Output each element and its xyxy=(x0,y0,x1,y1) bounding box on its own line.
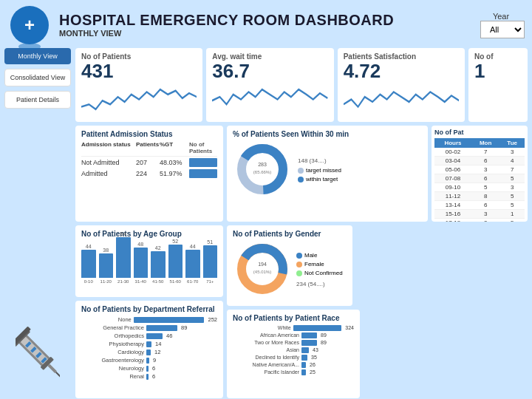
age-bar-col: 44 61-70 xyxy=(185,244,200,284)
dept-bar xyxy=(146,374,149,380)
gender-title: No of Patients by Gender xyxy=(233,230,347,238)
hours-panel: No of Pat Hours Mon Tue 00-027303-046405… xyxy=(432,126,528,222)
mid-row: Patitent Admission Status Admission stat… xyxy=(75,126,528,222)
table-row: 05-0637 xyxy=(434,166,525,174)
admission-row-not-admitted: Not Admitted 207 48.03% xyxy=(81,158,217,167)
race-bar xyxy=(293,325,342,331)
kpi-sat-value: 4.72 xyxy=(344,61,459,82)
svg-text:283: 283 xyxy=(258,162,267,167)
seen-donut-chart: 283 (65.66%) xyxy=(233,140,292,199)
admission-row-admitted: Admitted 224 51.97% xyxy=(81,169,217,178)
female-dot xyxy=(296,262,302,267)
sidebar-item-consolidated[interactable]: Consolidated View xyxy=(4,69,71,86)
logo-circle: + xyxy=(10,6,49,44)
kpi-patients: No of Patients 431 xyxy=(75,48,202,122)
col-tue: Tue xyxy=(499,138,525,148)
race-card: No of Patients by Patient Race White 324… xyxy=(227,310,360,399)
dept-bar xyxy=(146,325,177,331)
seen-card: % of Patients Seen Within 30 min 283 (65… xyxy=(227,126,428,222)
svg-rect-7 xyxy=(47,364,57,373)
kpi-partial-value: 1 xyxy=(474,61,522,82)
gender-donut-chart: 194 (45.01%) xyxy=(233,239,292,299)
dept-row: Orthopedics 46 xyxy=(81,332,217,339)
sidebar-item-monthly[interactable]: Monthly View xyxy=(4,48,71,64)
missed-label: 148 (34....) xyxy=(298,157,341,164)
dashboard-subtitle: MONTHLY VIEW xyxy=(59,29,473,38)
age-bar-col: 64 21-30 xyxy=(116,231,131,284)
missed-dot xyxy=(298,168,304,174)
seen-legend: target missed within target xyxy=(298,167,341,183)
bottom-right-top: No of Patients by Gender 194 (45.01%) xyxy=(227,225,528,306)
age-bar-rect xyxy=(168,245,183,278)
race-row: African American 89 xyxy=(233,332,354,338)
legend-male: Male xyxy=(296,252,343,259)
female-count-label: 234 (54....) xyxy=(296,281,343,287)
race-bar xyxy=(301,347,309,353)
table-row: 03-0464 xyxy=(434,157,525,166)
gender-content: 194 (45.01%) Male xyxy=(233,239,347,300)
header-text: HOSPITAL EMERGENCY ROOM DASHBOARD MONTHL… xyxy=(59,12,473,38)
legend-target-missed: target missed xyxy=(298,167,341,174)
dept-card: No of Patients by Department Referral No… xyxy=(75,301,223,398)
table-row: 15-1631 xyxy=(434,210,525,219)
age-bar-col: 42 41-50 xyxy=(151,245,166,284)
admission-header: Admission status Patients %GT No of Pati… xyxy=(81,141,217,157)
age-bar-col: 38 11-20 xyxy=(99,248,114,284)
age-bar-chart: 44 0-10 38 11-20 64 21-30 48 31-40 42 41… xyxy=(81,241,217,293)
admission-bar-admitted xyxy=(189,169,217,178)
header: + HOSPITAL EMERGENCY ROOM DASHBOARD MONT… xyxy=(0,0,532,48)
race-row: Native American/A... 26 xyxy=(233,362,354,368)
dept-bar xyxy=(146,349,151,355)
table-row: 00-0273 xyxy=(434,148,525,157)
table-row: 07-0865 xyxy=(434,174,525,183)
sidebar-item-patient-details[interactable]: Patient Details xyxy=(4,91,71,109)
race-row: Asian 43 xyxy=(233,347,354,353)
dept-row: Cardiology 12 xyxy=(81,349,217,355)
sparkline-sat xyxy=(344,82,459,119)
table-row: 13-1465 xyxy=(434,201,525,210)
age-bar-rect xyxy=(203,245,218,278)
syringe-decoration xyxy=(4,113,71,398)
dept-bar xyxy=(146,358,149,364)
race-bar xyxy=(301,355,307,361)
bottom-right: No of Patients by Gender 194 (45.01%) xyxy=(227,225,528,398)
kpi-satisfaction: Patients Satisfaction 4.72 xyxy=(338,48,465,122)
seen-content: 283 (65.66%) 148 (34....) target missed xyxy=(233,140,422,200)
dept-row: Renal 6 xyxy=(81,373,217,380)
age-bar-rect xyxy=(81,250,96,278)
age-bar-col: 51 71+ xyxy=(203,239,218,284)
age-bar-col: 52 51-60 xyxy=(168,239,183,284)
col-hours: Hours xyxy=(434,138,471,148)
year-select[interactable]: All xyxy=(480,21,525,38)
race-bar xyxy=(301,332,317,338)
age-bar-rect xyxy=(134,248,149,278)
logo-container: + xyxy=(7,4,52,45)
svg-text:194: 194 xyxy=(258,262,267,267)
dept-bar xyxy=(134,317,205,323)
bottom-left: No of Patients by Age Group 44 0-10 38 1… xyxy=(75,225,223,398)
svg-text:(45.01%): (45.01%) xyxy=(253,270,271,274)
dept-row: Physiotherapy 14 xyxy=(81,341,217,347)
race-row: Two or More Races 89 xyxy=(233,340,354,346)
kpi-wait-value: 36.7 xyxy=(212,61,327,82)
age-bar-col: 48 31-40 xyxy=(134,242,149,284)
svg-text:(65.66%): (65.66%) xyxy=(253,170,271,174)
table-row: 11-1285 xyxy=(434,192,525,201)
age-title: No of Patients by Age Group xyxy=(81,230,217,238)
dept-bar xyxy=(146,341,151,347)
not-confirmed-dot xyxy=(296,270,302,276)
svg-rect-1 xyxy=(21,337,50,366)
main-content: Monthly View Consolidated View Patient D… xyxy=(0,48,532,399)
table-row: 09-1053 xyxy=(434,183,525,192)
race-bar xyxy=(301,340,317,346)
age-bar-col: 44 0-10 xyxy=(81,244,96,284)
male-dot xyxy=(296,253,302,259)
race-bar xyxy=(301,369,306,375)
dept-title: No of Patients by Department Referral xyxy=(81,305,217,313)
gender-donut: 194 (45.01%) xyxy=(233,239,292,300)
content-area: No of Patients 431 Avg. wait time 36.7 xyxy=(75,48,528,398)
cross-icon: + xyxy=(24,16,35,34)
bottom-row: No of Patients by Age Group 44 0-10 38 1… xyxy=(75,225,528,398)
legend-female: Female xyxy=(296,261,343,267)
admission-card: Patitent Admission Status Admission stat… xyxy=(75,126,223,222)
